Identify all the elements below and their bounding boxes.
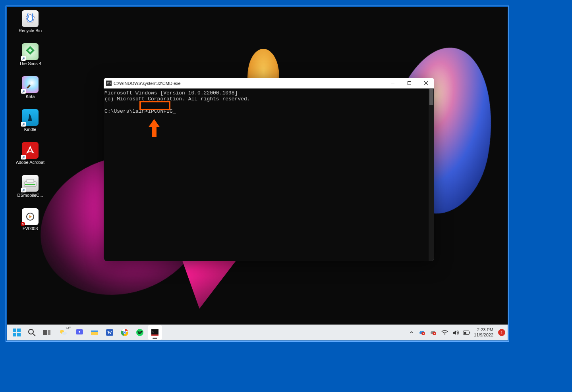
shortcut-badge-icon: ↗ (21, 56, 26, 61)
svg-point-14 (29, 329, 33, 334)
recycle-bin-icon (22, 10, 39, 27)
cmd-title: C:\WINDOWS\system32\CMD.exe (114, 81, 181, 86)
weather-widget[interactable]: 74° (55, 325, 72, 340)
start-button[interactable] (10, 325, 24, 340)
maximize-button[interactable] (401, 78, 417, 88)
cmd-window[interactable]: C:\ C:\WINDOWS\system32\CMD.exe Microsof… (104, 78, 434, 261)
cmd-cursor: _ (173, 108, 176, 114)
file-explorer-button[interactable] (87, 325, 102, 340)
icon-label: Krita (26, 94, 35, 99)
svg-rect-22 (91, 331, 98, 332)
tray-error-badge: ✕ (421, 332, 425, 335)
svg-point-28 (124, 332, 126, 333)
svg-marker-0 (26, 14, 35, 22)
shortcut-badge-icon: ↗ (21, 188, 26, 192)
svg-marker-7 (29, 215, 32, 218)
error-badge-icon: ✕ (21, 222, 25, 226)
svg-rect-5 (27, 179, 34, 183)
svg-text:>_: >_ (153, 331, 156, 334)
desktop-icon-recycle-bin[interactable]: Recycle Bin (14, 10, 46, 33)
svg-rect-8 (391, 83, 394, 83)
scanner-icon: ↗ (22, 175, 39, 192)
acrobat-icon: ↗ (22, 142, 39, 159)
notifications-button[interactable]: 1 (498, 329, 505, 336)
cmd-scroll-thumb[interactable] (429, 89, 433, 105)
cmd-terminal-body[interactable]: Microsoft Windows [Version 10.0.22000.10… (104, 88, 434, 261)
notif-count: 1 (500, 330, 503, 335)
svg-rect-36 (464, 332, 466, 334)
svg-rect-16 (43, 330, 47, 335)
cmd-prompt-prefix: C:\Users\lain (104, 108, 145, 114)
cmd-typed-command: IPCONFIG (148, 108, 172, 114)
media-file-icon: ✕ (22, 208, 39, 225)
close-button[interactable] (417, 78, 434, 88)
tray-wifi-icon[interactable] (441, 329, 448, 336)
icon-label: FV0003 (23, 226, 38, 231)
svg-text:W: W (108, 330, 112, 335)
clock-time: 2:23 PM (474, 327, 493, 332)
svg-rect-13 (17, 333, 21, 336)
word-button[interactable]: W (102, 325, 117, 340)
svg-rect-9 (408, 82, 411, 85)
svg-rect-12 (13, 333, 16, 336)
tray-onedrive-icon[interactable]: ✕ (418, 329, 426, 336)
cmd-titlebar-icon: C:\ (106, 81, 112, 86)
cmd-taskbar-button[interactable]: >_ (148, 325, 162, 340)
tray-overflow-button[interactable] (408, 325, 415, 340)
desktop-icon-dsmobile[interactable]: ↗ DSmobileC... (14, 175, 46, 198)
taskbar: 74° W >_ ✕ (7, 325, 508, 340)
cmd-output-line: Microsoft Windows [Version 10.0.22000.10… (104, 90, 238, 96)
desktop-icon-krita[interactable]: ↗ Krita (14, 76, 46, 99)
desktop-icon-acrobat[interactable]: ↗ Adobe Acrobat (14, 142, 46, 165)
desktop-icon-kindle[interactable]: ↗ Kindle (14, 109, 46, 132)
icon-label: Kindle (24, 127, 37, 132)
kindle-icon: ↗ (22, 109, 39, 126)
tray-onedrive-icon[interactable]: ✕ (429, 329, 437, 336)
spotify-button[interactable] (133, 325, 147, 340)
chat-button[interactable] (72, 325, 87, 340)
chrome-button[interactable] (118, 325, 132, 340)
task-view-button[interactable] (40, 325, 54, 340)
tray-volume-icon[interactable] (452, 329, 460, 336)
desktop[interactable]: Recycle Bin ↗ The Sims 4 ↗ Krita ↗ Kindl… (7, 7, 508, 340)
svg-point-21 (79, 331, 80, 333)
search-button[interactable] (25, 325, 39, 340)
desktop-icons: Recycle Bin ↗ The Sims 4 ↗ Krita ↗ Kindl… (14, 10, 46, 231)
cmd-scrollbar[interactable] (429, 88, 434, 261)
icon-label: The Sims 4 (19, 61, 41, 66)
cmd-titlebar[interactable]: C:\ C:\WINDOWS\system32\CMD.exe (104, 78, 434, 88)
desktop-icon-fv0003[interactable]: ✕ FV0003 (14, 208, 46, 231)
weather-temp: 74° (65, 326, 71, 330)
svg-rect-17 (48, 330, 50, 335)
icon-label: Recycle Bin (19, 28, 42, 33)
tray-battery-icon[interactable] (463, 329, 471, 336)
svg-rect-11 (17, 329, 21, 332)
svg-rect-10 (13, 329, 16, 332)
taskbar-clock[interactable]: 2:23 PM 11/9/2022 (474, 327, 495, 337)
desktop-icon-sims4[interactable]: ↗ The Sims 4 (14, 43, 46, 66)
cmd-output-line: (c) Microsoft Corporation. All rights re… (104, 96, 250, 102)
svg-rect-31 (151, 334, 158, 336)
shortcut-badge-icon: ↗ (21, 122, 26, 127)
sims4-icon: ↗ (22, 43, 39, 60)
clock-date: 11/9/2022 (474, 332, 493, 338)
svg-rect-35 (470, 332, 470, 333)
svg-point-19 (62, 332, 67, 335)
icon-label: Adobe Acrobat (16, 160, 44, 165)
tray-error-badge: ✕ (433, 332, 436, 335)
shortcut-badge-icon: ↗ (21, 155, 26, 159)
svg-point-33 (444, 334, 445, 335)
krita-icon: ↗ (22, 76, 39, 93)
svg-line-15 (33, 334, 35, 336)
shortcut-badge-icon: ↗ (21, 89, 26, 94)
icon-label: DSmobileC... (17, 193, 43, 198)
svg-rect-4 (25, 184, 35, 185)
minimize-button[interactable] (384, 78, 401, 88)
system-tray: ✕ ✕ 2:23 PM 11/9/2022 1 (408, 325, 505, 340)
